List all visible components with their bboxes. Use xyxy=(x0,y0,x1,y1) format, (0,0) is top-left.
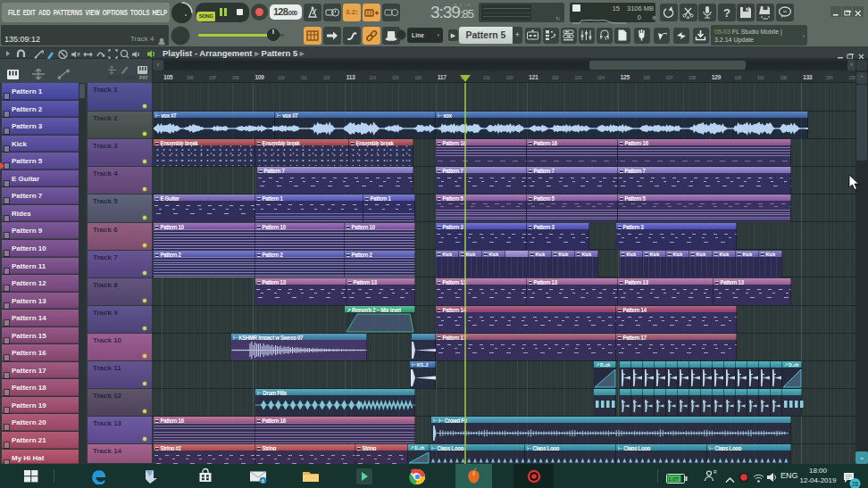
svg-text:?: ? xyxy=(723,6,730,20)
svg-text:28: 28 xyxy=(852,481,859,487)
svg-text:R: R xyxy=(714,469,717,475)
svg-text:1:07: 1:07 xyxy=(668,476,679,482)
